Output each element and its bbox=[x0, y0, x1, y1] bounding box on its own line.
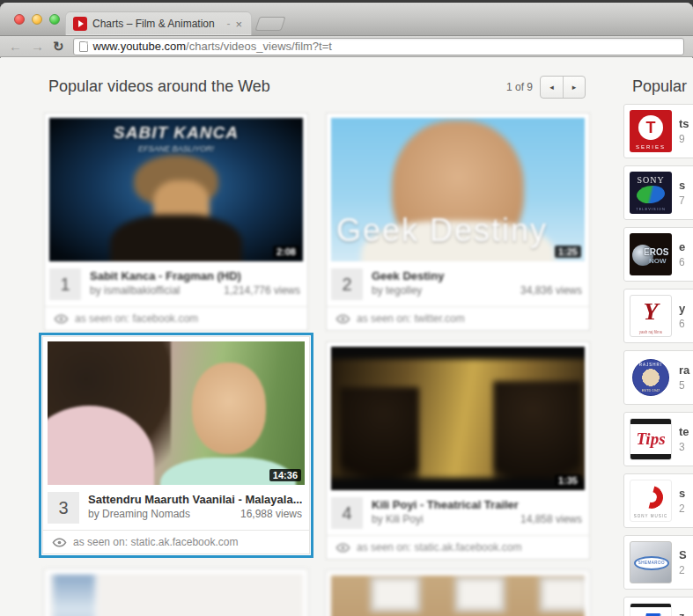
video-thumbnail[interactable] bbox=[49, 574, 303, 616]
selected-video-highlight: 14:36 3 Sattendru Maaruth Vaanilai - Mal… bbox=[39, 333, 313, 558]
new-tab-button[interactable] bbox=[254, 17, 285, 31]
as-seen-on-row: as seen on: static.ak.facebook.com bbox=[43, 530, 309, 554]
address-bar[interactable]: www.youtube.com /charts/videos_views/fil… bbox=[73, 38, 684, 55]
thumbnail-image bbox=[331, 347, 585, 490]
eye-icon bbox=[54, 314, 69, 324]
video-title[interactable]: Geek Destiny bbox=[372, 269, 582, 282]
video-views: 34,836 views bbox=[520, 284, 582, 297]
video-byline[interactable]: by Kili Poyi bbox=[372, 513, 424, 525]
shemaroo-logo-icon: SHEMAROO bbox=[630, 541, 672, 583]
video-byline[interactable]: by Dreaming Nomads bbox=[88, 508, 190, 520]
channel-name: s bbox=[679, 179, 685, 192]
video-meta: 2 Geek Destiny by tegolley 34,836 views bbox=[327, 266, 589, 306]
video-thumbnail[interactable]: 14:36 bbox=[48, 341, 305, 485]
video-card-4[interactable]: 1:35 4 Kili Poyi - Theatrical Trailer by… bbox=[326, 341, 590, 560]
url-domain: www.youtube.com bbox=[93, 40, 187, 53]
thumbnail-image bbox=[49, 574, 303, 616]
channel-name: ra bbox=[679, 363, 689, 377]
video-title[interactable]: Sabit Kanca - Fragman (HD) bbox=[90, 269, 300, 282]
channel-count: 9 bbox=[679, 133, 689, 145]
video-card-6-partial[interactable] bbox=[326, 570, 590, 616]
video-views: 16,988 views bbox=[240, 508, 302, 520]
thumbnail-image bbox=[331, 576, 585, 616]
channel-name: s bbox=[679, 487, 685, 500]
forward-icon[interactable]: → bbox=[31, 40, 44, 53]
eye-icon bbox=[335, 314, 350, 324]
tab-title-suffix: - bbox=[226, 18, 230, 30]
channel-count: 6 bbox=[679, 318, 685, 330]
duration-badge: 14:36 bbox=[269, 469, 301, 481]
youtube-favicon-icon bbox=[73, 17, 87, 31]
video-byline[interactable]: by ismailbakiofficial bbox=[90, 284, 181, 297]
browser-tab[interactable]: Charts – Film & Animation - × bbox=[65, 11, 252, 35]
pagination: 1 of 9 ◂ ▸ bbox=[506, 76, 586, 99]
duration-badge: 1:25 bbox=[555, 246, 581, 258]
channel-count: 5 bbox=[679, 379, 689, 392]
channel-item-shemaroo[interactable]: SHEMAROO S 2 bbox=[623, 535, 693, 590]
channel-item-zee[interactable]: Z z 2 bbox=[623, 597, 693, 616]
tips-logo-icon: Tips bbox=[630, 418, 672, 460]
video-title[interactable]: Sattendru Maaruth Vaanilai - Malayala... bbox=[88, 493, 302, 506]
video-meta: 3 Sattendru Maaruth Vaanilai - Malayala.… bbox=[43, 489, 309, 530]
video-thumbnail[interactable]: SABIT KANCA EFSANE BASLIYOR! 2:08 bbox=[49, 118, 303, 261]
traffic-lights bbox=[14, 14, 60, 25]
thumbnail-image bbox=[48, 341, 305, 485]
channel-name: te bbox=[679, 425, 689, 438]
as-seen-on-row: as seen on: static.ak.facebook.com bbox=[327, 535, 589, 559]
duration-badge: 1:35 bbox=[555, 474, 581, 487]
close-window-button[interactable] bbox=[14, 14, 25, 25]
sidebar-heading: Popular bbox=[632, 77, 687, 96]
reload-icon[interactable]: ↻ bbox=[53, 40, 64, 53]
browser-window: Charts – Film & Animation - × ← → ↻ www.… bbox=[0, 3, 693, 616]
channel-count: 2 bbox=[679, 502, 685, 515]
yash-raj-logo-icon: Y yash raj films bbox=[630, 295, 672, 337]
video-meta: 4 Kili Poyi - Theatrical Trailer by Kili… bbox=[327, 495, 589, 535]
video-meta: 1 Sabit Kanca - Fragman (HD) by ismailba… bbox=[45, 266, 307, 306]
minimize-window-button[interactable] bbox=[32, 14, 42, 25]
t-series-logo-icon: T SERIES bbox=[630, 110, 672, 152]
eros-now-logo-icon: EROS NOW bbox=[630, 233, 672, 275]
back-icon[interactable]: ← bbox=[9, 40, 22, 53]
channel-name: e bbox=[679, 240, 685, 253]
video-card-1[interactable]: SABIT KANCA EFSANE BASLIYOR! 2:08 1 Sabi… bbox=[44, 113, 308, 331]
rank-badge: 4 bbox=[331, 497, 363, 529]
thumbnail-subtext: EFSANE BASLIYOR! bbox=[49, 144, 303, 153]
rank-badge: 3 bbox=[48, 492, 79, 524]
channel-count: 3 bbox=[679, 441, 689, 453]
as-seen-on-text: as seen on: facebook.com bbox=[75, 312, 198, 325]
channel-item-t-series[interactable]: T SERIES ts 9 bbox=[623, 104, 693, 158]
channel-item-eros-now[interactable]: EROS NOW e 6 bbox=[623, 227, 693, 282]
video-thumbnail[interactable] bbox=[331, 576, 585, 616]
video-byline[interactable]: by tegolley bbox=[372, 284, 422, 297]
as-seen-on-text: as seen on: static.ak.facebook.com bbox=[73, 536, 238, 548]
channel-item-yash-raj[interactable]: Y yash raj films y 6 bbox=[623, 289, 693, 343]
next-page-button[interactable]: ▸ bbox=[563, 77, 585, 98]
sony-music-logo-icon: SONY MUSIC bbox=[630, 480, 672, 522]
video-title[interactable]: Kili Poyi - Theatrical Trailer bbox=[372, 498, 582, 511]
prev-page-button[interactable]: ◂ bbox=[541, 77, 563, 98]
video-card-2[interactable]: Geek Destiny 1:25 2 Geek Destiny by tego… bbox=[326, 113, 590, 331]
channel-count: 7 bbox=[679, 194, 685, 207]
video-thumbnail[interactable]: 1:35 bbox=[331, 347, 585, 490]
page-icon bbox=[79, 41, 88, 52]
video-views: 14,858 views bbox=[520, 513, 582, 525]
close-tab-icon[interactable]: × bbox=[233, 18, 244, 30]
channel-count: 2 bbox=[679, 564, 687, 576]
channel-item-sony-tv[interactable]: SONY TELEVISION s 7 bbox=[623, 165, 693, 220]
channel-name: z bbox=[679, 610, 685, 616]
zoom-window-button[interactable] bbox=[49, 14, 60, 25]
channel-name: S bbox=[679, 548, 687, 561]
duration-badge: 2:08 bbox=[273, 246, 299, 258]
channel-item-sony-music[interactable]: SONY MUSIC s 2 bbox=[623, 473, 693, 528]
url-path: /charts/videos_views/film?t=t bbox=[186, 40, 332, 53]
as-seen-on-text: as seen on: twitter.com bbox=[357, 312, 465, 325]
as-seen-on-row: as seen on: twitter.com bbox=[327, 306, 589, 330]
channel-item-tips[interactable]: Tips te 3 bbox=[623, 412, 693, 466]
sony-tv-logo-icon: SONY TELEVISION bbox=[630, 172, 672, 214]
page-title: Popular videos around the Web bbox=[48, 77, 270, 96]
video-thumbnail[interactable]: Geek Destiny 1:25 bbox=[331, 118, 585, 261]
video-card-5-partial[interactable] bbox=[44, 568, 308, 616]
rank-badge: 2 bbox=[331, 268, 363, 300]
video-card-3[interactable]: 14:36 3 Sattendru Maaruth Vaanilai - Mal… bbox=[42, 336, 310, 554]
channel-item-rajshri[interactable]: RAJSHRI ESTD 1947 ra 5 bbox=[623, 350, 693, 405]
